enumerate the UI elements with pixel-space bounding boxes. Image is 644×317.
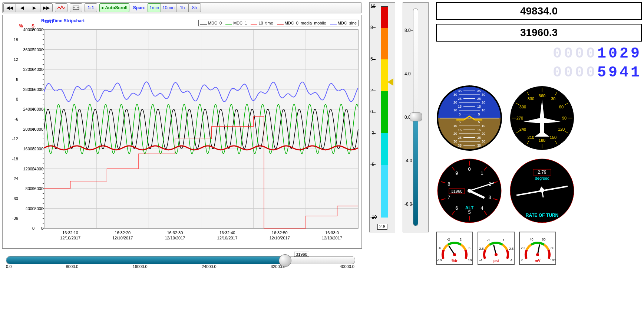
svg-text:25: 25 [458, 136, 462, 140]
svg-text:12: 12 [14, 57, 18, 62]
svg-text:24000: 24000 [32, 167, 43, 171]
svg-text:-2.5: -2.5 [478, 247, 484, 251]
svg-text:mV: mV [535, 259, 541, 263]
svg-rect-109 [436, 118, 503, 151]
svg-text:60: 60 [542, 238, 545, 241]
svg-text:48000: 48000 [32, 107, 43, 111]
svg-text:-30: -30 [12, 196, 18, 201]
svg-text:5: 5 [478, 120, 480, 124]
svg-text:5: 5 [459, 112, 460, 116]
svg-text:12/10/2017: 12/10/2017 [322, 236, 342, 240]
compass-dial: 306090120150180210240270300330360 [509, 85, 575, 151]
svg-point-202 [468, 189, 471, 193]
svg-text:25: 25 [477, 97, 481, 101]
svg-text:-12: -12 [12, 137, 18, 141]
rewind-fast-button[interactable]: ◀◀ [3, 3, 16, 12]
svg-text:RATE OF TURN: RATE OF TURN [526, 213, 558, 218]
autoscroll-button[interactable]: ● AutoScroll [99, 3, 129, 12]
svg-text:5: 5 [459, 120, 460, 124]
svg-text:330: 330 [528, 97, 534, 101]
svg-text:150: 150 [550, 135, 557, 140]
readout-big1: 49834.0 [436, 2, 642, 20]
svg-text:psi: psi [493, 259, 499, 263]
svg-text:15: 15 [458, 105, 462, 108]
svg-text:15: 15 [458, 128, 462, 132]
span-1h-button[interactable]: 1h [176, 3, 188, 12]
svg-text:20: 20 [453, 101, 457, 104]
chart[interactable]: % S CNT Real-Time Stripchart MDC_0 MDC_1… [2, 15, 362, 249]
svg-text:30: 30 [482, 93, 485, 97]
svg-text:360: 360 [539, 94, 545, 98]
vslider[interactable]: 8.04.00.0-4.0-8.0 [403, 2, 429, 232]
svg-text:-18: -18 [12, 157, 18, 161]
svg-text:8000: 8000 [34, 206, 43, 211]
svg-text:20: 20 [482, 101, 485, 104]
svg-text:60: 60 [559, 105, 564, 109]
span-8h-button[interactable]: 8h [188, 3, 201, 12]
svg-text:80: 80 [551, 246, 554, 250]
scroll-lock-icon[interactable] [70, 3, 82, 12]
svg-text:56000: 56000 [32, 87, 43, 92]
span-label: Span: [133, 5, 145, 10]
svg-point-213 [540, 189, 544, 193]
hslider[interactable]: 31960 0.08000.016000.024000.032000.04000… [2, 256, 362, 269]
svg-text:240: 240 [519, 127, 526, 131]
readout-seg1: 00001029 [436, 45, 642, 62]
svg-text:10: 10 [468, 258, 472, 262]
one-to-one-button[interactable]: 1:1 [85, 3, 97, 12]
svg-text:20: 20 [482, 132, 485, 135]
svg-text:210: 210 [528, 135, 534, 140]
hslider-value: 31960 [294, 252, 309, 257]
svg-text:-10: -10 [437, 258, 442, 262]
svg-rect-108 [436, 85, 503, 118]
svg-text:10: 10 [482, 108, 485, 112]
svg-text:12/10/2017: 12/10/2017 [270, 236, 290, 240]
rewind-button[interactable]: ◀ [16, 3, 28, 12]
svg-line-221 [449, 246, 455, 255]
svg-text:8: 8 [448, 181, 450, 187]
svg-text:30: 30 [453, 93, 457, 97]
toolbar: ◀◀ ◀ ▶ ▶▶ 1:1 ● AutoScroll Span: 1min 10… [2, 2, 362, 13]
svg-text:16:32:30: 16:32:30 [167, 231, 183, 235]
svg-text:12/10/2017: 12/10/2017 [165, 236, 185, 240]
svg-text:10: 10 [482, 124, 485, 128]
svg-text:20: 20 [521, 246, 525, 250]
svg-text:12/10/2017: 12/10/2017 [112, 236, 133, 240]
svg-text:20: 20 [453, 132, 457, 135]
svg-text:25: 25 [458, 97, 462, 101]
mini-dial-psi: -11-2.52.5-44psi [478, 232, 515, 265]
span-10min-button[interactable]: 10min [161, 3, 176, 12]
svg-line-239 [538, 245, 539, 255]
svg-text:-6: -6 [438, 246, 441, 250]
svg-text:deg/sec: deg/sec [535, 176, 549, 180]
svg-text:40000: 40000 [32, 127, 43, 131]
svg-point-231 [495, 253, 498, 256]
svg-text:12/10/2017: 12/10/2017 [60, 236, 80, 240]
svg-text:7: 7 [448, 195, 450, 200]
svg-text:10: 10 [453, 124, 457, 128]
svg-text:30: 30 [453, 140, 457, 143]
forward-button[interactable]: ▶ [28, 3, 40, 12]
svg-text:2: 2 [460, 238, 462, 241]
svg-text:ALT: ALT [465, 205, 474, 210]
svg-text:35: 35 [458, 144, 462, 147]
svg-text:72000: 72000 [32, 48, 43, 52]
svg-text:270: 270 [516, 116, 523, 120]
svg-text:6: 6 [469, 246, 470, 250]
svg-text:15: 15 [477, 105, 481, 108]
svg-text:180: 180 [539, 138, 545, 143]
svg-text:32000: 32000 [32, 147, 43, 151]
svg-text:6: 6 [16, 77, 18, 82]
svg-text:5: 5 [478, 112, 480, 116]
svg-text:9: 9 [455, 170, 458, 176]
span-1min-button[interactable]: 1min [148, 3, 161, 12]
stripchart-icon[interactable] [55, 3, 67, 12]
svg-text:80000: 80000 [32, 27, 43, 32]
svg-text:2.79: 2.79 [538, 170, 546, 175]
svg-text:-24: -24 [12, 176, 18, 181]
forward-fast-button[interactable]: ▶▶ [40, 3, 53, 12]
svg-text:18: 18 [14, 37, 18, 42]
svg-text:0: 0 [32, 226, 34, 231]
hslider-ticks: 0.08000.016000.024000.032000.040000.0 [6, 264, 354, 269]
svg-text:16000: 16000 [32, 186, 43, 191]
